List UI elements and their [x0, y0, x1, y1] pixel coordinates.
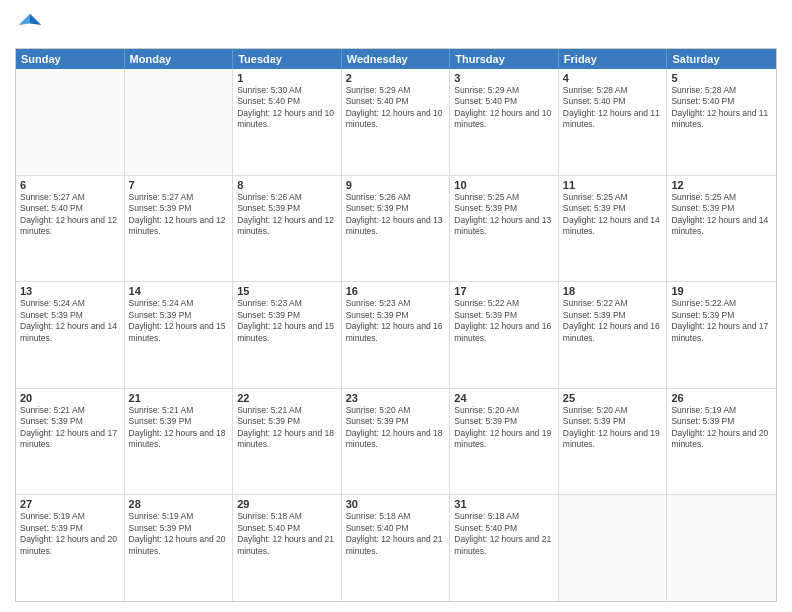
day-cell-16: 16Sunrise: 5:23 AMSunset: 5:39 PMDayligh… [342, 282, 451, 388]
day-info: Sunrise: 5:21 AMSunset: 5:39 PMDaylight:… [20, 405, 120, 451]
day-number: 17 [454, 285, 554, 297]
day-cell-6: 6Sunrise: 5:27 AMSunset: 5:40 PMDaylight… [16, 176, 125, 282]
logo-icon [15, 10, 45, 40]
day-info: Sunrise: 5:19 AMSunset: 5:39 PMDaylight:… [20, 511, 120, 557]
day-cell-22: 22Sunrise: 5:21 AMSunset: 5:39 PMDayligh… [233, 389, 342, 495]
day-number: 14 [129, 285, 229, 297]
day-number: 31 [454, 498, 554, 510]
day-info: Sunrise: 5:18 AMSunset: 5:40 PMDaylight:… [454, 511, 554, 557]
day-info: Sunrise: 5:20 AMSunset: 5:39 PMDaylight:… [454, 405, 554, 451]
empty-cell [667, 495, 776, 601]
day-info: Sunrise: 5:22 AMSunset: 5:39 PMDaylight:… [563, 298, 663, 344]
day-number: 22 [237, 392, 337, 404]
day-cell-11: 11Sunrise: 5:25 AMSunset: 5:39 PMDayligh… [559, 176, 668, 282]
day-info: Sunrise: 5:30 AMSunset: 5:40 PMDaylight:… [237, 85, 337, 131]
day-cell-4: 4Sunrise: 5:28 AMSunset: 5:40 PMDaylight… [559, 69, 668, 175]
day-number: 15 [237, 285, 337, 297]
day-info: Sunrise: 5:29 AMSunset: 5:40 PMDaylight:… [346, 85, 446, 131]
empty-cell [559, 495, 668, 601]
col-header-saturday: Saturday [667, 49, 776, 69]
day-cell-15: 15Sunrise: 5:23 AMSunset: 5:39 PMDayligh… [233, 282, 342, 388]
day-cell-27: 27Sunrise: 5:19 AMSunset: 5:39 PMDayligh… [16, 495, 125, 601]
day-info: Sunrise: 5:26 AMSunset: 5:39 PMDaylight:… [237, 192, 337, 238]
day-cell-9: 9Sunrise: 5:26 AMSunset: 5:39 PMDaylight… [342, 176, 451, 282]
day-cell-13: 13Sunrise: 5:24 AMSunset: 5:39 PMDayligh… [16, 282, 125, 388]
calendar-header: SundayMondayTuesdayWednesdayThursdayFrid… [16, 49, 776, 69]
day-cell-25: 25Sunrise: 5:20 AMSunset: 5:39 PMDayligh… [559, 389, 668, 495]
day-cell-21: 21Sunrise: 5:21 AMSunset: 5:39 PMDayligh… [125, 389, 234, 495]
calendar-row-0: 1Sunrise: 5:30 AMSunset: 5:40 PMDaylight… [16, 69, 776, 176]
day-info: Sunrise: 5:19 AMSunset: 5:39 PMDaylight:… [129, 511, 229, 557]
day-cell-2: 2Sunrise: 5:29 AMSunset: 5:40 PMDaylight… [342, 69, 451, 175]
day-info: Sunrise: 5:23 AMSunset: 5:39 PMDaylight:… [346, 298, 446, 344]
logo [15, 10, 49, 40]
col-header-sunday: Sunday [16, 49, 125, 69]
col-header-thursday: Thursday [450, 49, 559, 69]
day-cell-14: 14Sunrise: 5:24 AMSunset: 5:39 PMDayligh… [125, 282, 234, 388]
day-cell-18: 18Sunrise: 5:22 AMSunset: 5:39 PMDayligh… [559, 282, 668, 388]
day-info: Sunrise: 5:25 AMSunset: 5:39 PMDaylight:… [563, 192, 663, 238]
day-number: 4 [563, 72, 663, 84]
day-info: Sunrise: 5:18 AMSunset: 5:40 PMDaylight:… [346, 511, 446, 557]
header [15, 10, 777, 40]
day-number: 6 [20, 179, 120, 191]
day-cell-26: 26Sunrise: 5:19 AMSunset: 5:39 PMDayligh… [667, 389, 776, 495]
calendar: SundayMondayTuesdayWednesdayThursdayFrid… [15, 48, 777, 602]
day-info: Sunrise: 5:26 AMSunset: 5:39 PMDaylight:… [346, 192, 446, 238]
day-info: Sunrise: 5:29 AMSunset: 5:40 PMDaylight:… [454, 85, 554, 131]
calendar-row-3: 20Sunrise: 5:21 AMSunset: 5:39 PMDayligh… [16, 389, 776, 496]
day-cell-17: 17Sunrise: 5:22 AMSunset: 5:39 PMDayligh… [450, 282, 559, 388]
day-cell-7: 7Sunrise: 5:27 AMSunset: 5:39 PMDaylight… [125, 176, 234, 282]
calendar-row-2: 13Sunrise: 5:24 AMSunset: 5:39 PMDayligh… [16, 282, 776, 389]
day-cell-30: 30Sunrise: 5:18 AMSunset: 5:40 PMDayligh… [342, 495, 451, 601]
svg-marker-1 [19, 14, 30, 25]
day-number: 3 [454, 72, 554, 84]
day-cell-31: 31Sunrise: 5:18 AMSunset: 5:40 PMDayligh… [450, 495, 559, 601]
col-header-tuesday: Tuesday [233, 49, 342, 69]
day-info: Sunrise: 5:28 AMSunset: 5:40 PMDaylight:… [563, 85, 663, 131]
col-header-monday: Monday [125, 49, 234, 69]
day-number: 27 [20, 498, 120, 510]
day-info: Sunrise: 5:19 AMSunset: 5:39 PMDaylight:… [671, 405, 772, 451]
day-number: 7 [129, 179, 229, 191]
day-number: 30 [346, 498, 446, 510]
day-info: Sunrise: 5:28 AMSunset: 5:40 PMDaylight:… [671, 85, 772, 131]
day-info: Sunrise: 5:22 AMSunset: 5:39 PMDaylight:… [454, 298, 554, 344]
day-info: Sunrise: 5:25 AMSunset: 5:39 PMDaylight:… [454, 192, 554, 238]
day-cell-3: 3Sunrise: 5:29 AMSunset: 5:40 PMDaylight… [450, 69, 559, 175]
day-info: Sunrise: 5:24 AMSunset: 5:39 PMDaylight:… [129, 298, 229, 344]
day-number: 23 [346, 392, 446, 404]
calendar-row-4: 27Sunrise: 5:19 AMSunset: 5:39 PMDayligh… [16, 495, 776, 601]
col-header-wednesday: Wednesday [342, 49, 451, 69]
day-cell-23: 23Sunrise: 5:20 AMSunset: 5:39 PMDayligh… [342, 389, 451, 495]
day-number: 19 [671, 285, 772, 297]
day-info: Sunrise: 5:25 AMSunset: 5:39 PMDaylight:… [671, 192, 772, 238]
day-number: 1 [237, 72, 337, 84]
day-number: 29 [237, 498, 337, 510]
day-cell-1: 1Sunrise: 5:30 AMSunset: 5:40 PMDaylight… [233, 69, 342, 175]
day-info: Sunrise: 5:22 AMSunset: 5:39 PMDaylight:… [671, 298, 772, 344]
day-number: 21 [129, 392, 229, 404]
day-cell-20: 20Sunrise: 5:21 AMSunset: 5:39 PMDayligh… [16, 389, 125, 495]
day-info: Sunrise: 5:20 AMSunset: 5:39 PMDaylight:… [346, 405, 446, 451]
day-info: Sunrise: 5:24 AMSunset: 5:39 PMDaylight:… [20, 298, 120, 344]
day-info: Sunrise: 5:23 AMSunset: 5:39 PMDaylight:… [237, 298, 337, 344]
col-header-friday: Friday [559, 49, 668, 69]
day-number: 12 [671, 179, 772, 191]
day-cell-29: 29Sunrise: 5:18 AMSunset: 5:40 PMDayligh… [233, 495, 342, 601]
day-number: 24 [454, 392, 554, 404]
day-info: Sunrise: 5:18 AMSunset: 5:40 PMDaylight:… [237, 511, 337, 557]
svg-marker-0 [30, 14, 41, 25]
day-number: 8 [237, 179, 337, 191]
day-number: 5 [671, 72, 772, 84]
day-cell-10: 10Sunrise: 5:25 AMSunset: 5:39 PMDayligh… [450, 176, 559, 282]
day-number: 11 [563, 179, 663, 191]
calendar-body: 1Sunrise: 5:30 AMSunset: 5:40 PMDaylight… [16, 69, 776, 601]
day-number: 25 [563, 392, 663, 404]
day-cell-8: 8Sunrise: 5:26 AMSunset: 5:39 PMDaylight… [233, 176, 342, 282]
day-info: Sunrise: 5:21 AMSunset: 5:39 PMDaylight:… [129, 405, 229, 451]
day-number: 16 [346, 285, 446, 297]
day-number: 26 [671, 392, 772, 404]
day-info: Sunrise: 5:27 AMSunset: 5:39 PMDaylight:… [129, 192, 229, 238]
day-cell-28: 28Sunrise: 5:19 AMSunset: 5:39 PMDayligh… [125, 495, 234, 601]
